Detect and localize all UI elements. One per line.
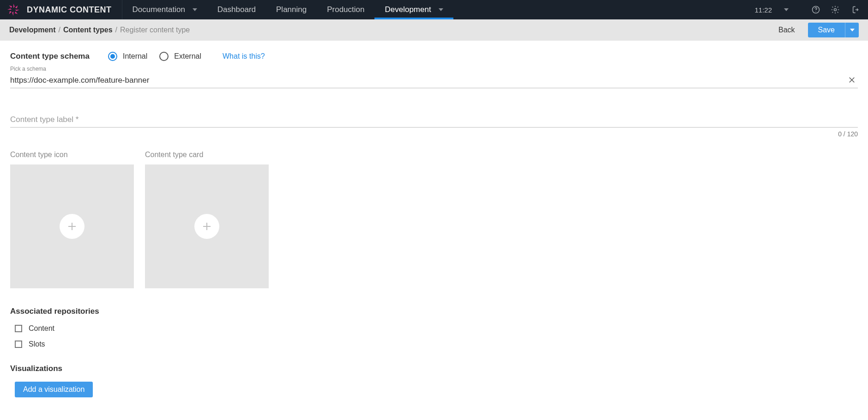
upload-label: Content type card [145, 151, 269, 159]
gear-icon[interactable] [830, 5, 840, 15]
add-icon [194, 214, 219, 239]
nav-item-label: Development [385, 5, 431, 14]
help-icon[interactable] [811, 5, 821, 15]
crumb-sep: / [115, 26, 117, 34]
nav-item-label: Documentation [133, 5, 185, 14]
add-visualization-button[interactable]: Add a visualization [15, 382, 93, 397]
content-type-label-input[interactable] [10, 111, 858, 127]
what-is-this-link[interactable]: What is this? [223, 52, 265, 61]
schema-title: Content type schema [10, 52, 90, 61]
crumb-current: Register content type [120, 26, 190, 34]
schema-type-row: Content type schema Internal External Wh… [10, 52, 858, 61]
card-upload-block: Content type card [145, 151, 269, 288]
field-hint: Pick a schema [10, 66, 858, 72]
checkbox-label: Content [29, 324, 54, 333]
radio-label: External [174, 52, 201, 61]
radio-external[interactable]: External [159, 52, 201, 61]
clock-time: 11:22 [754, 6, 772, 14]
viz-title: Visualizations [10, 364, 858, 373]
top-nav: DYNAMIC CONTENT Documentation Dashboard … [0, 0, 868, 19]
nav-item-label: Planning [276, 5, 307, 14]
breadcrumb: Development / Content types / Register c… [9, 26, 190, 34]
checkbox-label: Slots [29, 340, 45, 348]
add-icon [60, 214, 84, 239]
svg-point-1 [815, 12, 816, 12]
icon-upload-block: Content type icon [10, 151, 134, 288]
upload-label: Content type icon [10, 151, 134, 159]
checkbox-icon [15, 341, 22, 348]
crumb-sep: / [58, 26, 60, 34]
repos-title: Associated repositories [10, 307, 858, 316]
schema-input[interactable] [10, 72, 858, 88]
nav-item-label: Production [327, 5, 364, 14]
brand-block: DYNAMIC CONTENT [0, 0, 122, 19]
brand-name: DYNAMIC CONTENT [27, 5, 112, 15]
nav-development[interactable]: Development [374, 0, 453, 19]
crumb-development[interactable]: Development [9, 26, 55, 34]
save-button-menu[interactable] [845, 23, 859, 37]
back-button[interactable]: Back [769, 22, 804, 38]
nav-production[interactable]: Production [317, 0, 374, 19]
radio-label: Internal [123, 52, 147, 61]
chevron-down-icon[interactable] [784, 8, 789, 11]
repo-list: Content Slots [10, 324, 858, 348]
svg-point-2 [834, 9, 837, 11]
radio-icon [108, 52, 117, 61]
label-field: 0 / 120 [10, 111, 858, 138]
save-button[interactable]: Save [808, 23, 845, 37]
chevron-down-icon [439, 8, 443, 11]
page-header: Development / Content types / Register c… [0, 19, 868, 41]
uploads-row: Content type icon Content type card [10, 151, 858, 288]
nav-dashboard[interactable]: Dashboard [207, 0, 266, 19]
clear-icon[interactable] [848, 76, 856, 84]
checkbox-icon [15, 325, 22, 332]
brand-logo-icon [6, 3, 20, 17]
nav-items: Documentation Dashboard Planning Product… [122, 0, 453, 19]
save-button-group: Save [808, 23, 859, 37]
chevron-down-icon [193, 8, 197, 11]
radio-icon [159, 52, 169, 61]
repo-content-checkbox[interactable]: Content [10, 324, 858, 333]
logout-icon[interactable] [850, 5, 860, 15]
main-content: Content type schema Internal External Wh… [0, 41, 868, 408]
radio-internal[interactable]: Internal [108, 52, 147, 61]
repo-slots-checkbox[interactable]: Slots [10, 340, 858, 348]
nav-documentation[interactable]: Documentation [122, 0, 207, 19]
schema-field: Pick a schema [10, 66, 858, 88]
nav-item-label: Dashboard [217, 5, 256, 14]
icon-upload-dropzone[interactable] [10, 164, 134, 288]
char-counter: 0 / 120 [10, 130, 858, 138]
crumb-content-types[interactable]: Content types [63, 26, 113, 34]
nav-planning[interactable]: Planning [266, 0, 317, 19]
nav-right: 11:22 [754, 0, 868, 19]
card-upload-dropzone[interactable] [145, 164, 269, 288]
